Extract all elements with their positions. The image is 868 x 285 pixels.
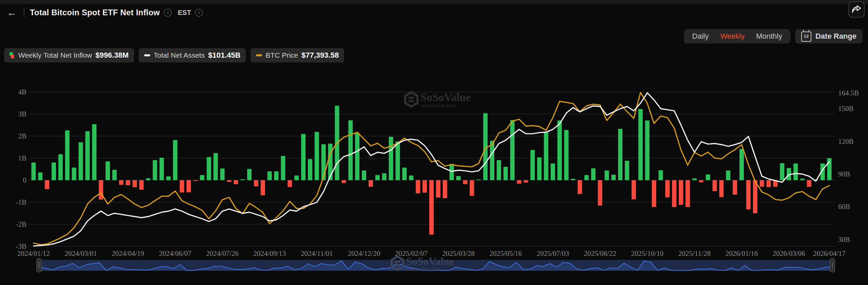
tab-daily[interactable]: Daily [692, 32, 709, 41]
legend-value: $77,393.58 [301, 51, 339, 60]
bar-swatch-icon [9, 52, 15, 58]
share-icon [852, 5, 861, 14]
chart-controls: Daily Weekly Monthly 12 Date Range [684, 29, 863, 43]
timezone-info-icon[interactable]: i [195, 9, 203, 17]
legend-value: $996.38M [96, 51, 129, 60]
line-swatch-icon [144, 54, 150, 56]
interval-tabs: Daily Weekly Monthly [684, 29, 790, 43]
line-swatch-icon [256, 54, 262, 56]
back-arrow-icon[interactable]: ← [5, 7, 19, 18]
timezone-label: EST [178, 9, 191, 17]
legend-value: $101.45B [208, 51, 240, 60]
legend-label: Weekly Total Net Inflow [18, 51, 92, 59]
legend-item-btc-price[interactable]: BTC Price $77,393.58 [251, 48, 344, 62]
tab-weekly[interactable]: Weekly [720, 32, 745, 41]
date-range-label: Date Range [815, 32, 856, 41]
legend-item-net-inflow[interactable]: Weekly Total Net Inflow $996.38M [4, 48, 134, 62]
tab-monthly[interactable]: Monthly [756, 32, 782, 41]
calendar-icon: 12 [801, 32, 811, 42]
header: ← Total Bitcoin Spot ETF Net Inflow i ES… [0, 5, 868, 20]
share-button[interactable] [848, 1, 865, 18]
legend-item-net-assets[interactable]: Total Net Assets $101.45B [139, 48, 246, 62]
page-background [0, 4, 868, 285]
title-info-icon[interactable]: i [164, 9, 172, 17]
header-divider [24, 7, 24, 18]
page-title: Total Bitcoin Spot ETF Net Inflow [30, 8, 160, 17]
date-range-button[interactable]: 12 Date Range [795, 29, 863, 43]
legend-label: BTC Price [265, 51, 298, 59]
legend-label: Total Net Assets [154, 51, 205, 59]
legend: Weekly Total Net Inflow $996.38M Total N… [4, 48, 344, 62]
